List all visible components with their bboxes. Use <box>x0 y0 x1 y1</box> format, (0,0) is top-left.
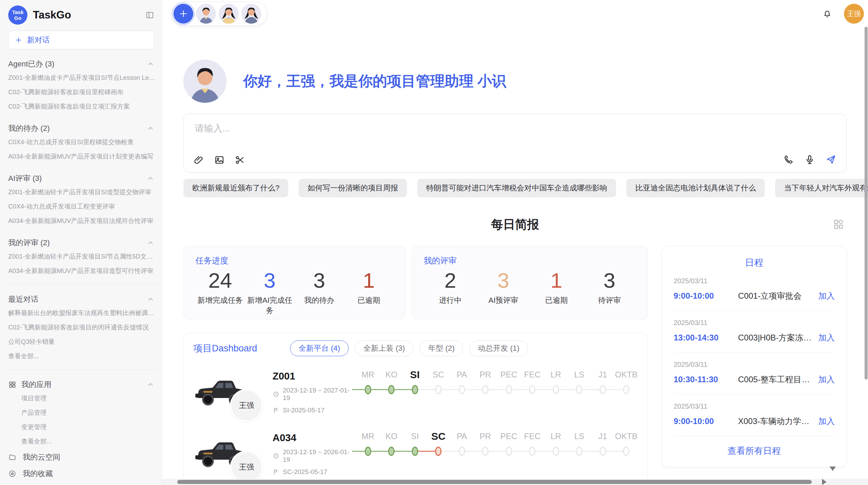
briefing-header: 每日简报 <box>183 216 847 234</box>
sidebar-recent-item[interactable]: 公司Q3轻卡销量 <box>8 335 158 349</box>
scissors-icon[interactable] <box>234 154 245 165</box>
message-input[interactable] <box>194 123 836 134</box>
sidebar-task-item[interactable]: C0X4-动力总成开发项目SI里程碑提交物检查 <box>8 135 158 149</box>
suggestion-chip[interactable]: 如何写一份清晰的项目周报 <box>299 179 407 197</box>
sidebar-app-item[interactable]: 产品管理 <box>8 406 158 420</box>
grid-icon <box>8 381 16 389</box>
bell-icon[interactable] <box>822 9 832 19</box>
sidebar-section-header[interactable]: 我的评审 (2) <box>8 236 158 249</box>
project-row[interactable]: 王强A0342023-12-19 ~ 2026-01-19SC-2025-05-… <box>193 428 638 480</box>
sidebar-sections: Agent已办 (3)Z001-全新燃油皮卡产品开发项目SI节点Lesson L… <box>8 58 158 278</box>
avatar-woman-long-hair[interactable] <box>219 4 239 24</box>
dashboard-filter-pill[interactable]: 年型 (2) <box>420 340 463 356</box>
milestone-PA[interactable]: PA <box>450 368 474 395</box>
milestone-PEC[interactable]: PEC <box>497 430 521 457</box>
sidebar-recent-item[interactable]: 查看全部... <box>8 349 158 363</box>
milestone-OKTB[interactable]: OKTB <box>615 430 638 457</box>
grid-small-icon[interactable] <box>832 218 845 230</box>
milestone-LS[interactable]: LS <box>568 430 591 457</box>
milestone-J1[interactable]: J1 <box>591 430 615 457</box>
sidebar-section-header[interactable]: Agent已办 (3) <box>8 58 158 71</box>
project-row[interactable]: 王强Z0012023-12-19 ~ 2027-01-19SI-2025-05-… <box>193 366 638 418</box>
stat-value: 3 <box>245 268 295 293</box>
sidebar-section-header[interactable]: AI评审 (3) <box>8 172 158 185</box>
suggestion-chip[interactable]: 欧洲新规最近颁布了什么? <box>183 179 288 197</box>
sidebar-task-item[interactable]: C02-飞腾新能源轻客改款项目里程碑画布 <box>8 85 158 99</box>
sidebar-app-item[interactable]: 项目管理 <box>8 391 158 406</box>
scroll-down-button[interactable] <box>830 467 836 471</box>
suggestion-chip[interactable]: 特朗普可能对进口汽车增税会对中国车企造成哪些影响 <box>417 179 616 197</box>
sidebar-app-item[interactable]: 查看全部... <box>8 434 158 449</box>
milestone-LR[interactable]: LR <box>544 368 568 395</box>
milestone-MR[interactable]: MR <box>356 430 380 457</box>
sidebar-item-cloud-space[interactable]: 我的云空间 <box>8 449 158 465</box>
dashboard-filter-pill[interactable]: 全新平台 (4) <box>290 340 349 356</box>
new-chat-button[interactable]: 新对话 <box>8 31 154 49</box>
avatar-woman-bun[interactable] <box>241 4 261 24</box>
suggestion-chip[interactable]: 比亚迪全固态电池计划具体说了什么 <box>626 179 765 197</box>
milestone-FEC[interactable]: FEC <box>521 430 544 457</box>
sidebar-task-item[interactable]: Z001-全新燃油轻卡产品开发项目SI造型提交物评审 <box>8 185 158 199</box>
folder-icon <box>8 453 16 461</box>
milestone-SC[interactable]: SC <box>427 430 450 457</box>
milestone-SI[interactable]: SI <box>403 430 427 457</box>
milestone-PR[interactable]: PR <box>474 430 497 457</box>
sidebar-apps: 我的应用项目管理产品管理变更管理查看全部... <box>8 378 158 449</box>
schedule-item[interactable]: 2025/03/119:00-10:00X003-车辆动力学性能验...加入 <box>674 394 835 436</box>
sidebar-section-header-apps[interactable]: 我的应用 <box>8 378 158 391</box>
sidebar-section-header[interactable]: 我的待办 (2) <box>8 122 158 135</box>
user-avatar[interactable]: 王强 <box>844 4 864 24</box>
join-meeting-link[interactable]: 加入 <box>818 416 835 427</box>
sidebar-task-item[interactable]: A034-全新新能源MUV产品开发项目法规符合性评审 <box>8 214 158 228</box>
panel-icon[interactable] <box>145 11 154 20</box>
phone-icon[interactable] <box>783 154 794 165</box>
horizontal-scrollbar-thumb[interactable] <box>177 480 812 484</box>
milestone-J1[interactable]: J1 <box>591 368 615 395</box>
schedule-item[interactable]: 2025/03/1110:30-11:30C005-整车工程目标评审加入 <box>674 352 835 394</box>
join-meeting-link[interactable]: 加入 <box>818 374 835 385</box>
paperclip-icon[interactable] <box>193 154 204 165</box>
join-meeting-link[interactable]: 加入 <box>818 332 835 343</box>
milestone-LS[interactable]: LS <box>568 368 591 395</box>
dashboard-filter-pill[interactable]: 动总开发 (1) <box>469 340 528 356</box>
milestone-FEC[interactable]: FEC <box>521 368 544 395</box>
milestone-PEC[interactable]: PEC <box>497 368 521 395</box>
milestone-KO[interactable]: KO <box>380 368 403 395</box>
dashboard-filter-pill[interactable]: 全新上装 (3) <box>355 340 413 356</box>
milestone-SC[interactable]: SC <box>427 368 450 395</box>
sidebar-task-item[interactable]: Z001-全新燃油皮卡产品开发项目SI节点Lesson Learn报告 <box>8 71 158 85</box>
milestone-LR[interactable]: LR <box>544 430 568 457</box>
milestone-MR[interactable]: MR <box>356 368 380 395</box>
sidebar-recent-item[interactable]: 解释最新出台的欧盟报废车法规再生塑料比例被调至15%... <box>8 306 158 320</box>
milestone-OKTB[interactable]: OKTB <box>615 368 638 395</box>
sidebar-recent-item[interactable]: C02-飞腾新能源轻客改款项目的闭环通告反馈情况 <box>8 320 158 335</box>
sidebar-task-item[interactable]: A034-全新新能源MUV产品开发项目造型可行性评审 <box>8 264 158 278</box>
schedule-item[interactable]: 2025/03/119:00-10:00C001-立项审批会加入 <box>674 269 835 311</box>
sidebar-task-item[interactable]: Z001-全新燃油轻卡产品开发项目SI节点属性5D文件评审 <box>8 249 158 264</box>
sidebar-app-item[interactable]: 变更管理 <box>8 420 158 434</box>
send-icon[interactable] <box>825 154 837 165</box>
milestone-label: SI <box>403 368 427 382</box>
image-icon[interactable] <box>214 154 225 165</box>
milestone-PA[interactable]: PA <box>450 430 474 457</box>
scroll-right-button[interactable] <box>822 479 827 485</box>
join-meeting-link[interactable]: 加入 <box>818 290 835 301</box>
sidebar-task-item[interactable]: C02-飞腾新能源轻客改款项目立项汇报方案 <box>8 99 158 114</box>
project-dashboard-card: 项目Dashboard 全新平台 (4)全新上装 (3)年型 (2)动总开发 (… <box>183 333 648 485</box>
milestone-PR[interactable]: PR <box>474 368 497 395</box>
mic-icon[interactable] <box>804 154 816 165</box>
milestone-SI[interactable]: SI <box>403 368 427 395</box>
stat: 1已逾期 <box>530 268 583 306</box>
schedule-time: 9:00-10:00 <box>674 416 738 426</box>
vertical-scrollbar-thumb[interactable] <box>865 27 868 380</box>
sidebar-section-header-recent[interactable]: 最近对话 <box>8 293 158 306</box>
sidebar-task-item[interactable]: A034-全新新能源MUV产品开发项目计划变更表编写 <box>8 149 158 164</box>
schedule-item[interactable]: 2025/03/1113:00-14:30C003|H0B-方案冻结评审加入 <box>674 311 835 352</box>
view-all-schedule-link[interactable]: 查看所有日程 <box>674 436 835 464</box>
avatar-man[interactable] <box>196 4 216 24</box>
add-session-button[interactable] <box>173 4 193 24</box>
sidebar-task-item[interactable]: C0X4-动力总成开发项目工程变更评审 <box>8 199 158 214</box>
suggestion-chip[interactable]: 当下年轻人对汽车外观有怎样的喜好趋势 <box>775 179 868 197</box>
milestone-KO[interactable]: KO <box>380 430 403 457</box>
sidebar-item-favorites[interactable]: 我的收藏 <box>8 466 158 482</box>
